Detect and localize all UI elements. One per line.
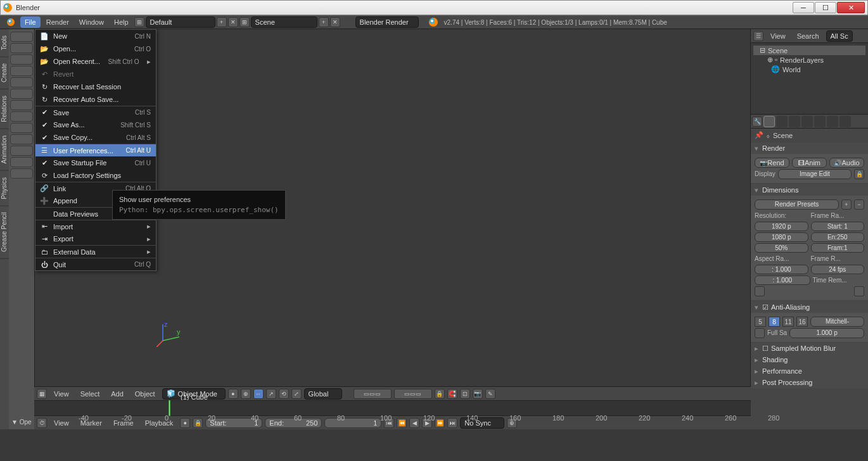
editor-type-icon[interactable] — [3, 16, 19, 28]
pixel-filter-field[interactable]: 1.000 p — [789, 328, 864, 338]
menu-item-save-as[interactable]: ✔Save As...Shift Ctrl S — [35, 118, 156, 131]
tab-constraints-icon[interactable] — [827, 116, 838, 127]
timeline-cursor[interactable] — [169, 401, 170, 415]
tab-world-icon[interactable] — [801, 116, 813, 127]
lock-icon[interactable]: 🔒 — [435, 389, 445, 399]
menu-item-open-recent[interactable]: 📂Open Recent...Shift Ctrl O▸ — [35, 55, 156, 68]
tool-button[interactable] — [10, 146, 33, 156]
tool-tab-physics[interactable]: Physics — [0, 171, 9, 206]
menu-item-save-startup-file[interactable]: ✔Save Startup FileCtrl U — [35, 156, 156, 169]
aa-5-button[interactable]: 5 — [755, 317, 766, 327]
outliner-item-renderlayers[interactable]: ⊕ ▫ RenderLayers — [753, 55, 865, 65]
snap-type-icon[interactable]: ⊡ — [460, 389, 470, 399]
pivot-icon[interactable]: ⊕ — [241, 389, 251, 399]
play-reverse-icon[interactable]: ◀ — [409, 418, 419, 428]
close-button[interactable]: ✕ — [837, 2, 865, 13]
lock-icon[interactable]: 🔒 — [854, 169, 864, 179]
panel-performance[interactable]: Performance — [751, 365, 868, 377]
menu-item-import[interactable]: ⇤Import▸ — [35, 220, 156, 232]
aspect-y-field[interactable]: : 1.000 — [755, 275, 810, 285]
tool-button[interactable] — [10, 89, 33, 99]
tool-tab-animation[interactable]: Animation — [0, 129, 9, 170]
tool-tab-relations[interactable]: Relations — [0, 89, 9, 129]
scene-browse-icon[interactable]: ⊞ — [239, 17, 250, 27]
tool-button[interactable] — [10, 123, 33, 133]
lock-icon[interactable]: 🔒 — [193, 418, 203, 428]
tab-scene-icon[interactable] — [789, 116, 800, 127]
manipulator-icon[interactable]: ↔ — [253, 389, 264, 399]
outliner-search[interactable]: Search — [793, 30, 824, 42]
tab-render-icon[interactable] — [763, 116, 775, 127]
tool-button[interactable] — [10, 157, 33, 167]
scene-add-button[interactable]: + — [319, 17, 329, 27]
layers-button[interactable]: ▭▭▭ — [354, 389, 392, 399]
frame-end-field[interactable]: En:250 — [811, 232, 865, 242]
timeline-playback[interactable]: Playback — [141, 417, 178, 429]
tool-button[interactable] — [10, 77, 33, 87]
presets-dropdown[interactable]: Render Presets — [755, 199, 839, 210]
pin-icon[interactable]: 📌 — [755, 131, 763, 139]
view3d-add[interactable]: Add — [106, 388, 128, 400]
tool-button[interactable] — [10, 111, 33, 122]
menu-item-save-copy[interactable]: ✔Save Copy...Ctrl Alt S — [35, 131, 156, 144]
shading-solid-icon[interactable]: ● — [228, 389, 238, 399]
timeremap-checkbox[interactable] — [854, 286, 864, 296]
menu-help[interactable]: Help — [110, 16, 133, 28]
res-x-field[interactable]: 1920 p — [755, 222, 808, 231]
fps-field[interactable]: 24 fps — [811, 265, 865, 274]
res-pct-field[interactable]: 50% — [755, 243, 808, 253]
editor-type-icon[interactable]: ☰ — [753, 31, 763, 41]
minimize-button[interactable]: ─ — [793, 2, 814, 13]
layout-dropdown[interactable]: Default — [146, 16, 215, 28]
aa-filter-dropdown[interactable]: Mitchell- — [810, 317, 864, 327]
menu-window[interactable]: Window — [75, 16, 108, 28]
tab-modifiers-icon[interactable] — [839, 116, 851, 127]
editor-type-icon[interactable]: 🔧 — [752, 117, 762, 127]
current-frame-field[interactable]: 1 — [324, 418, 381, 428]
render-preview-icon[interactable]: 📷 — [473, 389, 483, 399]
frame-start-field[interactable]: Start: 1 — [811, 222, 865, 231]
orientation-dropdown[interactable]: Global — [304, 388, 342, 400]
panel-post-processing[interactable]: Post Processing — [751, 377, 868, 388]
res-y-field[interactable]: 1080 p — [755, 232, 808, 242]
timeline[interactable]: -40-200204060801001201401601802002202402… — [34, 400, 751, 415]
outliner-item-world[interactable]: 🌐 World — [753, 65, 865, 74]
outliner-filter[interactable]: All Sc — [826, 30, 853, 42]
panel-shading[interactable]: Shading — [751, 354, 868, 365]
view3d-select[interactable]: Select — [76, 388, 105, 400]
anim-button[interactable]: 🎞Anim — [792, 158, 827, 168]
snap-icon[interactable]: 🧲 — [447, 389, 457, 399]
manip-scale-icon[interactable]: ⤢ — [291, 389, 302, 399]
gp-icon[interactable]: ✎ — [485, 389, 495, 399]
aa-8-button[interactable]: 8 — [769, 317, 780, 327]
engine-dropdown[interactable]: Blender Render — [355, 16, 419, 28]
border-checkbox[interactable] — [755, 286, 765, 296]
remove-preset-icon[interactable]: − — [854, 199, 864, 210]
record-icon[interactable]: ● — [180, 418, 190, 428]
display-dropdown[interactable]: Image Edit — [778, 169, 852, 179]
editor-type-icon[interactable]: ⏱ — [37, 418, 47, 428]
scene-dropdown[interactable]: Scene — [251, 16, 317, 28]
view3d-object[interactable]: Object — [131, 388, 160, 400]
menu-item-external-data[interactable]: 🗀External Data▸ — [35, 245, 156, 258]
tool-button[interactable] — [10, 100, 33, 110]
menu-item-quit[interactable]: ⏻QuitCtrl Q — [35, 258, 156, 270]
view3d-view[interactable]: View — [49, 388, 73, 400]
menu-render[interactable]: Render — [42, 16, 73, 28]
menu-file[interactable]: File — [20, 16, 41, 28]
menu-item-export[interactable]: ⇥Export▸ — [35, 232, 156, 245]
frame-step-field[interactable]: Fram:1 — [811, 243, 865, 253]
add-preset-icon[interactable]: + — [841, 199, 852, 210]
render-button[interactable]: 📷Rend — [755, 158, 789, 168]
tool-button[interactable] — [10, 168, 33, 179]
tool-button[interactable] — [10, 66, 33, 76]
menu-item-open[interactable]: 📂Open...Ctrl O — [35, 42, 156, 55]
layers-button[interactable]: ▭▭▭ — [394, 389, 432, 399]
tool-tab-tools[interactable]: Tools — [0, 29, 9, 57]
aa-16-button[interactable]: 16 — [796, 317, 808, 327]
manip-translate-icon[interactable]: ↗ — [266, 389, 276, 399]
tool-tab-grease-pencil[interactable]: Grease Pencil — [0, 206, 9, 259]
scene-remove-button[interactable]: ✕ — [330, 17, 340, 27]
tool-button[interactable] — [10, 134, 33, 144]
tab-renderlayers-icon[interactable] — [776, 116, 788, 127]
